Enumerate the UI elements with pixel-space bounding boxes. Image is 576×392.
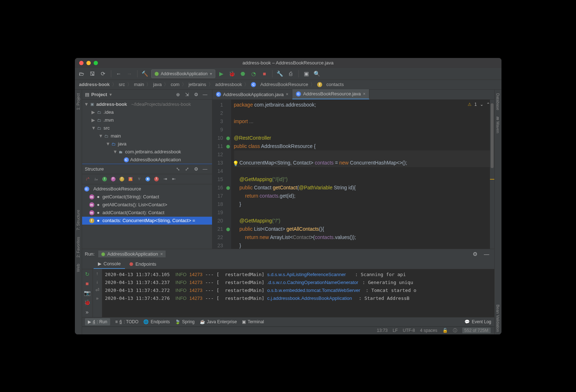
editor-tab[interactable]: CAddressBookResource.java× xyxy=(292,89,369,99)
event-log-tab[interactable]: 💬 Event Log xyxy=(464,319,491,324)
terminal-tool-tab[interactable]: ▣ Terminal xyxy=(242,319,264,324)
expand-all-icon[interactable]: ⇲ xyxy=(183,90,191,98)
run-icon[interactable]: ▶ xyxy=(217,69,226,78)
memory-indicator[interactable]: 552 of 725M xyxy=(462,328,491,333)
collapse-icon[interactable]: ⤡ xyxy=(174,165,182,173)
bean-validation-tab[interactable]: Bean Validation xyxy=(495,302,501,334)
web-tool-tab[interactable]: Web xyxy=(75,262,81,274)
database-tool-tab[interactable]: Database xyxy=(495,91,501,112)
hide-icon[interactable]: — xyxy=(201,90,209,98)
inspection-widget[interactable]: ⚠1⌄⌃ xyxy=(468,102,490,107)
sort-alpha-icon[interactable]: ↓ᴬ xyxy=(84,175,91,183)
autoscroll-icon[interactable]: ⇥ xyxy=(161,175,169,183)
intention-bulb-icon[interactable]: 💡 xyxy=(233,161,239,166)
more-icon[interactable]: » xyxy=(82,308,92,315)
tree-row[interactable]: ▼▣address-book ~/IdeaProjects/address-bo… xyxy=(82,100,212,108)
editor-tab[interactable]: CAddressBookApplication.java× xyxy=(212,90,292,99)
update-icon[interactable]: ⎙ xyxy=(286,69,296,78)
soft-wrap-icon[interactable]: ⏎ xyxy=(95,287,99,293)
camera-icon[interactable]: 📷 xyxy=(82,289,92,297)
project-tree[interactable]: ▼▣address-book ~/IdeaProjects/address-bo… xyxy=(82,100,212,164)
run-config-selector[interactable]: ⬤ AddressBookApplication ▾ xyxy=(151,69,215,78)
close-window-button[interactable] xyxy=(79,61,84,65)
breadcrumb-item[interactable]: addressbook xyxy=(214,82,243,87)
profile-icon[interactable]: ◔ xyxy=(249,69,258,78)
line-ending[interactable]: LF xyxy=(393,328,398,333)
spring-tool-tab[interactable]: 🍃 Spring xyxy=(175,319,195,324)
filter-lambda-icon[interactable]: ● xyxy=(144,175,152,183)
build-icon[interactable]: 🔨 xyxy=(140,69,150,78)
filter-prop-icon[interactable]: P xyxy=(109,175,117,183)
coverage-icon[interactable]: ⬣ xyxy=(238,69,248,78)
reload-icon[interactable]: ⟳ xyxy=(99,69,108,78)
debug-rerun-icon[interactable]: 🐞 xyxy=(82,299,92,306)
stop-icon[interactable]: ■ xyxy=(260,69,269,78)
code-editor[interactable]: 12391011121314151617181920212223 ⬤⬤⬤⬤ 💡 … xyxy=(212,100,494,249)
avd-icon[interactable]: ▣ xyxy=(302,69,311,78)
more-icon[interactable]: » xyxy=(96,296,98,301)
debug-icon[interactable]: 🐞 xyxy=(228,69,237,78)
settings-icon[interactable]: ⚙ xyxy=(471,249,480,259)
open-icon[interactable]: 🗁 xyxy=(77,69,86,78)
javaee-tool-tab[interactable]: ☕ Java Enterprise xyxy=(200,319,237,324)
breadcrumb-item[interactable]: address-book xyxy=(78,82,111,87)
wrench-icon[interactable]: 🔧 xyxy=(275,69,285,78)
autoscroll2-icon[interactable]: ⇤ xyxy=(170,175,178,183)
structure-row[interactable]: m ● getAllContacts(): List<Contact> xyxy=(82,201,212,209)
settings-icon[interactable]: ⚙ xyxy=(192,165,200,173)
structure-tool-tab[interactable]: 7: Structure xyxy=(75,208,81,233)
tree-row[interactable]: ▼🗀src xyxy=(82,124,212,132)
breadcrumb-item[interactable]: src xyxy=(117,82,126,87)
filter-anon-icon[interactable]: ⑂ xyxy=(135,175,143,183)
tree-row[interactable]: CAddressBookApplication xyxy=(82,156,212,164)
breadcrumb-item[interactable]: C AddressBookResource xyxy=(249,82,310,87)
console-output[interactable]: 2020-04-13 11:37:43.105 INFO 14273 --- [… xyxy=(102,269,494,317)
search-icon[interactable]: 🔍 xyxy=(312,69,322,78)
back-icon[interactable]: ← xyxy=(114,69,123,78)
breadcrumb-item[interactable]: f contacts xyxy=(316,82,345,87)
console-tab[interactable]: ▶ Console xyxy=(94,259,125,269)
minimize-window-button[interactable] xyxy=(86,61,91,65)
settings-icon[interactable]: ⚙ xyxy=(192,90,200,98)
todo-tool-tab[interactable]: ≡ 6: TODO xyxy=(115,319,139,324)
info-icon[interactable]: ⓘ xyxy=(453,328,457,334)
filter-nonpublic-icon[interactable]: 🔒 xyxy=(127,175,135,183)
filter-inherit-icon[interactable]: I xyxy=(101,175,109,183)
tree-row[interactable]: ▶🗀.idea xyxy=(82,108,212,116)
tree-row[interactable]: ▼🗀main xyxy=(82,132,212,140)
zoom-window-button[interactable] xyxy=(94,61,98,65)
locate-icon[interactable]: ⊕ xyxy=(174,90,182,98)
code-lines[interactable]: package com.jetbrains.addressbook; impor… xyxy=(231,100,490,249)
editor-scrollbar[interactable] xyxy=(490,100,494,249)
indent[interactable]: 4 spaces xyxy=(420,328,437,333)
project-tool-tab[interactable]: 1: Project xyxy=(75,91,81,112)
hide-icon[interactable]: — xyxy=(201,165,209,173)
close-icon[interactable]: × xyxy=(160,251,163,257)
tree-row[interactable]: ▼🖿com.jetbrains.addressbook xyxy=(82,148,212,156)
close-tab-icon[interactable]: × xyxy=(286,92,288,97)
maven-tool-tab[interactable]: m Maven xyxy=(495,114,501,136)
breadcrumb-item[interactable]: com xyxy=(169,82,181,87)
tree-row[interactable]: ▼🗀java xyxy=(82,140,212,148)
breadcrumb-item[interactable]: main xyxy=(132,82,145,87)
endpoints-tab[interactable]: ⬣ Endpoints xyxy=(125,259,161,269)
endpoints-tool-tab[interactable]: 🌐 Endpoints xyxy=(143,319,170,324)
rerun-icon[interactable]: ↻ xyxy=(82,271,92,278)
structure-row[interactable]: C AddressBookResource xyxy=(82,185,212,193)
filter-lambda2-icon[interactable]: λ xyxy=(153,175,161,183)
filter-field-icon[interactable]: f xyxy=(118,175,126,183)
favorites-tool-tab[interactable]: 2: Favorites xyxy=(75,235,81,260)
breadcrumb-item[interactable]: jetbrains xyxy=(187,82,208,87)
expand-icon[interactable]: ⤢ xyxy=(183,165,191,173)
sort-visibility-icon[interactable]: ↓ᵥ xyxy=(92,175,100,183)
structure-row[interactable]: f ● contacts: ConcurrentMap<String, Cont… xyxy=(82,217,212,225)
close-tab-icon[interactable]: × xyxy=(363,91,365,96)
save-icon[interactable]: 🖫 xyxy=(88,69,97,78)
caret-position[interactable]: 13:73 xyxy=(377,328,388,333)
encoding[interactable]: UTF-8 xyxy=(403,328,415,333)
hide-icon[interactable]: — xyxy=(482,249,491,259)
stop-icon[interactable]: ■ xyxy=(82,280,92,287)
scroll-down-icon[interactable]: ↓ xyxy=(96,279,99,284)
lock-icon[interactable]: 🔓 xyxy=(442,328,448,333)
scroll-up-icon[interactable]: ↑ xyxy=(96,271,99,276)
